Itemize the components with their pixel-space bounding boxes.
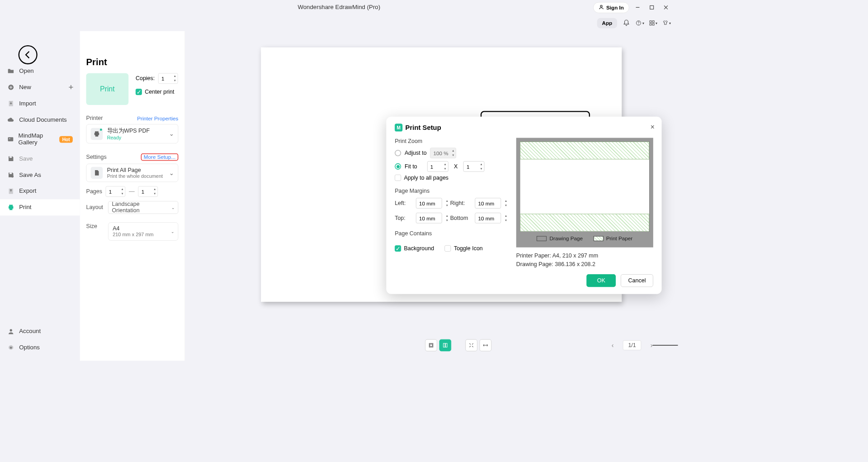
sidebar-label: Account xyxy=(19,328,41,335)
mb-spin[interactable]: ▲▼ xyxy=(504,214,509,223)
saveas-icon xyxy=(7,171,15,179)
toggleicon-checkbox[interactable] xyxy=(445,245,451,252)
apply-all-checkbox[interactable] xyxy=(395,175,401,181)
sidebar-item-new[interactable]: New + xyxy=(0,79,80,95)
copies-spinner[interactable]: ▲▼ xyxy=(172,74,177,83)
size-selector[interactable]: A4 210 mm x 297 mm ⌄ xyxy=(108,222,178,241)
size-row: Size A4 210 mm x 297 mm ⌄ xyxy=(86,218,179,241)
cancel-button[interactable]: Cancel xyxy=(621,274,653,287)
app-pill-button[interactable]: App xyxy=(597,18,618,28)
hatch-top xyxy=(520,142,649,159)
page-to-spinner[interactable]: ▲▼ xyxy=(152,187,157,196)
background-row: ✓ Background xyxy=(395,245,434,252)
contains-title: Page Contains xyxy=(395,230,509,237)
svg-point-6 xyxy=(638,24,639,24)
fit-width-button[interactable] xyxy=(480,339,492,352)
layout-value: Landscape Orientation xyxy=(112,201,168,214)
margin-bottom-input[interactable] xyxy=(475,213,501,223)
legend-sw-print xyxy=(594,236,604,241)
print-options: Copies: ▲▼ ✓ Center print xyxy=(136,73,178,95)
svg-rect-8 xyxy=(652,21,654,23)
sidebar-item-options[interactable]: Options xyxy=(0,340,80,356)
bell-icon[interactable] xyxy=(622,19,631,27)
page-preview: Drawing Page Print Paper xyxy=(516,138,653,248)
close-button[interactable] xyxy=(660,2,671,13)
apply-all-row: Apply to all pages xyxy=(395,175,509,181)
background-checkbox[interactable]: ✓ xyxy=(395,245,401,252)
copies-row: Copies: ▲▼ xyxy=(136,73,178,84)
sidebar-item-print[interactable]: Print xyxy=(0,199,80,215)
svg-rect-22 xyxy=(445,343,447,347)
view-multi-button[interactable] xyxy=(439,339,452,352)
sidebar-item-open[interactable]: Open xyxy=(0,63,80,79)
center-print-label: Center print xyxy=(145,89,174,95)
sidebar-bottom: Account Options xyxy=(0,324,80,356)
center-print-row: ✓ Center print xyxy=(136,89,178,95)
fit-w-wrap: ▲▼ xyxy=(427,161,448,171)
page-from-spinner[interactable]: ▲▼ xyxy=(120,187,125,196)
sidebar-label: Open xyxy=(19,67,33,75)
file-sidebar: Open New + Import Cloud Documents MindMa… xyxy=(0,31,80,361)
export-icon xyxy=(7,187,15,195)
sidebar-label: Options xyxy=(19,344,40,352)
grid-icon[interactable]: ▾ xyxy=(649,19,657,27)
layout-select[interactable]: Landscape Orientation xyxy=(108,201,178,214)
printer-name: 导出为WPS PDF xyxy=(107,127,150,134)
print-button[interactable]: Print xyxy=(86,73,129,105)
settings-section-label: Settings More Setup... xyxy=(86,153,179,161)
mt-spin[interactable]: ▲▼ xyxy=(444,214,449,223)
signin-button[interactable]: Sign In xyxy=(593,2,629,13)
toggleicon-row: Toggle Icon xyxy=(445,245,483,252)
printer-properties-link[interactable]: Printer Properties xyxy=(137,115,178,121)
adjust-spinner[interactable]: ▲▼ xyxy=(451,148,456,157)
ml-spin[interactable]: ▲▼ xyxy=(444,199,449,208)
legend-drawing: Drawing Page xyxy=(537,235,583,241)
sidebar-item-gallery[interactable]: MindMap Gallery Hot xyxy=(0,128,80,151)
back-button[interactable] xyxy=(19,45,38,64)
svg-point-16 xyxy=(11,175,14,177)
titlebar: Wondershare EdrawMind (Pro) Sign In xyxy=(0,0,678,15)
printer-selector[interactable]: 导出为WPS PDF Ready ⌄ xyxy=(86,124,179,143)
margin-left-input[interactable] xyxy=(416,198,442,208)
user-icon xyxy=(599,4,604,11)
copies-input-wrap: ▲▼ xyxy=(158,73,178,84)
help-icon[interactable]: ▾ xyxy=(636,19,644,27)
adjust-radio[interactable] xyxy=(395,150,401,156)
ok-button[interactable]: OK xyxy=(586,274,616,287)
margin-right-input[interactable] xyxy=(475,198,501,208)
paper-info: Printer Paper: A4, 210 x 297 mm Drawing … xyxy=(516,252,653,268)
margin-right-label: Right: xyxy=(450,200,475,206)
maximize-button[interactable] xyxy=(646,2,657,13)
account-icon xyxy=(7,328,15,335)
adjust-row: Adjust to ▲▼ xyxy=(395,148,509,158)
new-add-icon[interactable]: + xyxy=(69,82,74,92)
view-single-button[interactable] xyxy=(425,339,437,352)
sidebar-item-import[interactable]: Import xyxy=(0,95,80,112)
print-scope-selector[interactable]: Print All Page Print the whole document … xyxy=(86,164,179,182)
mr-spin[interactable]: ▲▼ xyxy=(504,199,509,208)
sidebar-item-cloud[interactable]: Cloud Documents xyxy=(0,112,80,128)
svg-rect-10 xyxy=(652,24,654,25)
prev-page-button[interactable]: ‹ xyxy=(612,342,614,349)
fitw-spinner[interactable]: ▲▼ xyxy=(443,162,448,171)
more-setup-link[interactable]: More Setup... xyxy=(141,153,179,161)
shirt-icon[interactable]: ▾ xyxy=(662,19,671,27)
sidebar-item-account[interactable]: Account xyxy=(0,324,80,340)
center-print-checkbox[interactable]: ✓ xyxy=(136,89,142,95)
fit-radio[interactable] xyxy=(395,163,401,170)
modal-close-button[interactable]: × xyxy=(651,123,655,131)
view-toggle-group xyxy=(425,339,451,352)
sidebar-item-saveas[interactable]: Save As xyxy=(0,167,80,183)
sidebar-item-export[interactable]: Export xyxy=(0,183,80,200)
zoom-slider[interactable] xyxy=(652,345,678,346)
import-icon xyxy=(7,100,15,107)
fith-spinner[interactable]: ▲▼ xyxy=(479,162,484,171)
minimize-button[interactable] xyxy=(632,2,643,13)
margin-right-wrap: ▲▼ xyxy=(475,198,509,208)
legend-sw-drawing xyxy=(537,236,547,241)
margin-top-input[interactable] xyxy=(416,213,442,223)
sidebar-label: MindMap Gallery xyxy=(19,132,54,146)
fit-page-button[interactable] xyxy=(465,339,477,352)
titlebar-right: Sign In xyxy=(593,2,671,13)
sidebar-item-save[interactable]: Save xyxy=(0,151,80,167)
